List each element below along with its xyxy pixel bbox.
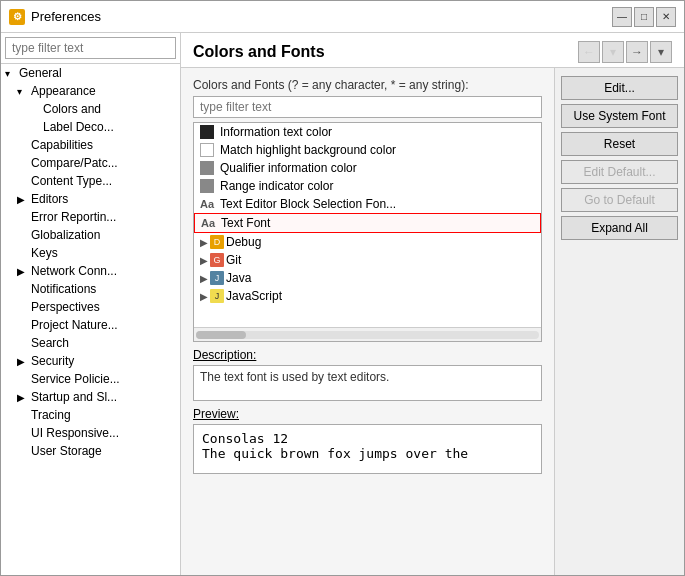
back-dropdown-button[interactable]: ▾ bbox=[602, 41, 624, 63]
minimize-button[interactable]: — bbox=[612, 7, 632, 27]
sidebar-item-perspectives[interactable]: ▾ Perspectives bbox=[1, 298, 180, 316]
font-panel: Colors and Fonts (? = any character, * =… bbox=[181, 68, 554, 575]
sidebar-item-startup[interactable]: ▶ Startup and Sl... bbox=[1, 388, 180, 406]
main-content: ▾ General ▾ Appearance ▾ Colors and ▾ La… bbox=[1, 33, 684, 575]
font-item-match-highlight[interactable]: Match highlight background color bbox=[194, 141, 541, 159]
sidebar-item-content-type[interactable]: ▾ Content Type... bbox=[1, 172, 180, 190]
chevron-down-icon: ▾ bbox=[17, 86, 29, 97]
preview-line1: Consolas 12 bbox=[202, 431, 533, 446]
filter-input-wrap bbox=[193, 96, 542, 118]
sidebar-item-label: Compare/Patc... bbox=[31, 156, 118, 170]
font-item-label: Qualifier information color bbox=[220, 161, 357, 175]
sidebar-item-project-nature[interactable]: ▾ Project Nature... bbox=[1, 316, 180, 334]
go-to-default-button[interactable]: Go to Default bbox=[561, 188, 678, 212]
sidebar-item-compare[interactable]: ▾ Compare/Patc... bbox=[1, 154, 180, 172]
font-group-git[interactable]: ▶ G Git bbox=[194, 251, 541, 269]
sidebar-item-label: Error Reportin... bbox=[31, 210, 116, 224]
panel-title: Colors and Fonts bbox=[193, 43, 325, 61]
chevron-right-icon: ▶ bbox=[200, 255, 208, 266]
sidebar-item-label: Notifications bbox=[31, 282, 96, 296]
font-item-label: Information text color bbox=[220, 125, 332, 139]
font-group-label: Debug bbox=[226, 235, 261, 249]
title-bar: ⚙ Preferences — □ ✕ bbox=[1, 1, 684, 33]
sidebar-item-error-reporting[interactable]: ▾ Error Reportin... bbox=[1, 208, 180, 226]
sidebar-item-label: Search bbox=[31, 336, 69, 350]
description-label: Description: bbox=[193, 348, 542, 362]
sidebar-item-label: General bbox=[19, 66, 62, 80]
sidebar-item-notifications[interactable]: ▾ Notifications bbox=[1, 280, 180, 298]
sidebar-item-editors[interactable]: ▶ Editors bbox=[1, 190, 180, 208]
sidebar-item-label: Tracing bbox=[31, 408, 71, 422]
sidebar-item-security[interactable]: ▶ Security bbox=[1, 352, 180, 370]
h-scrollbar-thumb[interactable] bbox=[196, 331, 246, 339]
sidebar-item-appearance[interactable]: ▾ Appearance bbox=[1, 82, 180, 100]
back-button[interactable]: ← bbox=[578, 41, 600, 63]
panel-body: Colors and Fonts (? = any character, * =… bbox=[181, 68, 684, 575]
preview-line2: The quick brown fox jumps over the bbox=[202, 446, 533, 461]
forward-button[interactable]: → bbox=[626, 41, 648, 63]
sidebar-item-network[interactable]: ▶ Network Conn... bbox=[1, 262, 180, 280]
edit-button[interactable]: Edit... bbox=[561, 76, 678, 100]
window-title: Preferences bbox=[31, 9, 101, 24]
sidebar-item-label: Keys bbox=[31, 246, 58, 260]
font-item-label: Match highlight background color bbox=[220, 143, 396, 157]
expand-all-button[interactable]: Expand All bbox=[561, 216, 678, 240]
sidebar-item-label: Capabilities bbox=[31, 138, 93, 152]
sidebar-item-globalization[interactable]: ▾ Globalization bbox=[1, 226, 180, 244]
reset-button[interactable]: Reset bbox=[561, 132, 678, 156]
sidebar-item-service-policies[interactable]: ▾ Service Policie... bbox=[1, 370, 180, 388]
sidebar-item-label: Network Conn... bbox=[31, 264, 117, 278]
sidebar-item-general[interactable]: ▾ General bbox=[1, 64, 180, 82]
maximize-button[interactable]: □ bbox=[634, 7, 654, 27]
sidebar-item-search[interactable]: ▾ Search bbox=[1, 334, 180, 352]
font-item-range-indicator[interactable]: Range indicator color bbox=[194, 177, 541, 195]
use-system-font-button[interactable]: Use System Font bbox=[561, 104, 678, 128]
debug-group-icon: D bbox=[210, 235, 224, 249]
description-text: The text font is used by text editors. bbox=[193, 365, 542, 401]
font-item-info-text-color[interactable]: Information text color bbox=[194, 123, 541, 141]
font-item-text-font[interactable]: Aa Text Font bbox=[194, 213, 541, 233]
font-item-text-editor-block[interactable]: Aa Text Editor Block Selection Fon... bbox=[194, 195, 541, 213]
font-group-debug[interactable]: ▶ D Debug bbox=[194, 233, 541, 251]
sidebar: ▾ General ▾ Appearance ▾ Colors and ▾ La… bbox=[1, 33, 181, 575]
right-panel: Colors and Fonts ← ▾ → ▾ Colors and Font… bbox=[181, 33, 684, 575]
font-group-javascript[interactable]: ▶ J JavaScript bbox=[194, 287, 541, 305]
font-list-scroll: Information text color Match highlight b… bbox=[194, 123, 541, 341]
panel-nav-icons: ← ▾ → ▾ bbox=[578, 41, 672, 63]
aa-icon: Aa bbox=[200, 197, 214, 211]
sidebar-item-user-storage[interactable]: ▾ User Storage bbox=[1, 442, 180, 460]
sidebar-item-label: Content Type... bbox=[31, 174, 112, 188]
gray-square-icon bbox=[200, 179, 214, 193]
sidebar-item-label: Perspectives bbox=[31, 300, 100, 314]
description-section: Description: The text font is used by te… bbox=[193, 348, 542, 401]
js-group-icon: J bbox=[210, 289, 224, 303]
forward-dropdown-button[interactable]: ▾ bbox=[650, 41, 672, 63]
chevron-right-icon: ▶ bbox=[17, 194, 29, 205]
edit-default-button[interactable]: Edit Default... bbox=[561, 160, 678, 184]
font-group-label: Git bbox=[226, 253, 241, 267]
sidebar-item-label: UI Responsive... bbox=[31, 426, 119, 440]
sidebar-item-tracing[interactable]: ▾ Tracing bbox=[1, 406, 180, 424]
sidebar-item-label-deco[interactable]: ▾ Label Deco... bbox=[1, 118, 180, 136]
sidebar-item-label: Security bbox=[31, 354, 74, 368]
aa-icon: Aa bbox=[201, 216, 215, 230]
sidebar-item-colors-and[interactable]: ▾ Colors and bbox=[1, 100, 180, 118]
gray-square-icon bbox=[200, 161, 214, 175]
search-input[interactable] bbox=[5, 37, 176, 59]
font-item-qualifier-info[interactable]: Qualifier information color bbox=[194, 159, 541, 177]
filter-input[interactable] bbox=[193, 96, 542, 118]
font-item-label: Text Editor Block Selection Fon... bbox=[220, 197, 396, 211]
close-button[interactable]: ✕ bbox=[656, 7, 676, 27]
buttons-panel: Edit... Use System Font Reset Edit Defau… bbox=[554, 68, 684, 575]
sidebar-item-label: Label Deco... bbox=[43, 120, 114, 134]
chevron-right-icon: ▶ bbox=[200, 273, 208, 284]
window-icon: ⚙ bbox=[9, 9, 25, 25]
chevron-right-icon: ▶ bbox=[17, 356, 29, 367]
sidebar-item-capabilities[interactable]: ▾ Capabilities bbox=[1, 136, 180, 154]
chevron-right-icon: ▶ bbox=[200, 291, 208, 302]
chevron-right-icon: ▶ bbox=[17, 392, 29, 403]
font-group-java[interactable]: ▶ J Java bbox=[194, 269, 541, 287]
sidebar-item-keys[interactable]: ▾ Keys bbox=[1, 244, 180, 262]
sidebar-item-ui-responsive[interactable]: ▾ UI Responsive... bbox=[1, 424, 180, 442]
sidebar-item-label: Project Nature... bbox=[31, 318, 118, 332]
